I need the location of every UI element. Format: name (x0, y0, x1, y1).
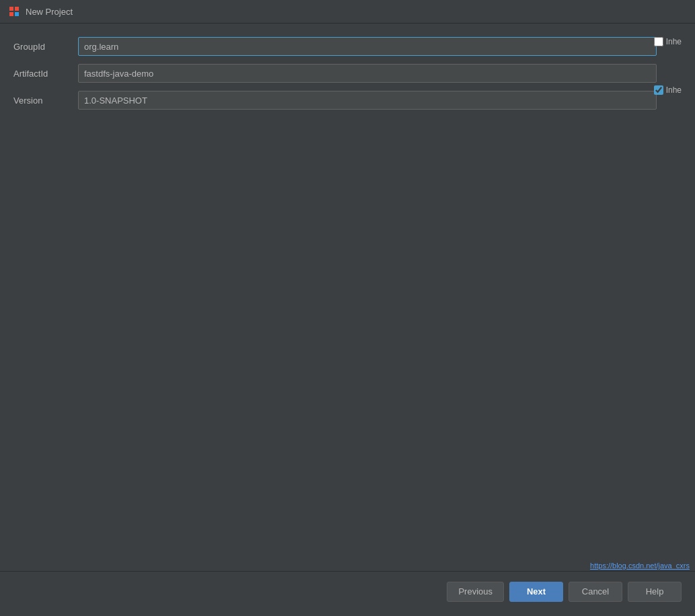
inherit-checkbox-2[interactable] (654, 85, 663, 95)
groupid-input[interactable] (78, 37, 657, 56)
inherit-wrapper-1: Inhe (654, 37, 682, 46)
help-button[interactable]: Help (628, 582, 682, 602)
artifactid-row: ArtifactId (13, 64, 682, 83)
title-bar: New Project (0, 0, 695, 24)
groupid-row: GroupId (13, 37, 682, 56)
previous-button[interactable]: Previous (447, 582, 504, 602)
cancel-button[interactable]: Cancel (569, 582, 622, 602)
artifactid-label: ArtifactId (13, 69, 67, 79)
groupid-label: GroupId (13, 42, 67, 52)
svg-rect-2 (9, 12, 13, 16)
svg-rect-1 (15, 7, 19, 11)
inherit-label-2: Inhe (666, 85, 682, 95)
version-row: Version (13, 91, 682, 110)
inherit-label-1: Inhe (666, 37, 682, 46)
inherit-checkbox-1[interactable] (654, 37, 663, 46)
svg-rect-0 (9, 7, 13, 11)
next-button[interactable]: Next (509, 582, 563, 602)
dialog-title: New Project (26, 7, 73, 17)
inherit-wrapper-2: Inhe (654, 85, 682, 95)
app-icon (8, 5, 20, 17)
svg-rect-3 (15, 12, 19, 16)
version-label: Version (13, 95, 67, 106)
artifactid-input[interactable] (78, 64, 657, 83)
status-bar-url[interactable]: https://blog.csdn.net/java_cxrs (585, 560, 695, 571)
version-input[interactable] (78, 91, 657, 110)
bottom-bar: Previous Next Cancel Help (0, 571, 695, 611)
